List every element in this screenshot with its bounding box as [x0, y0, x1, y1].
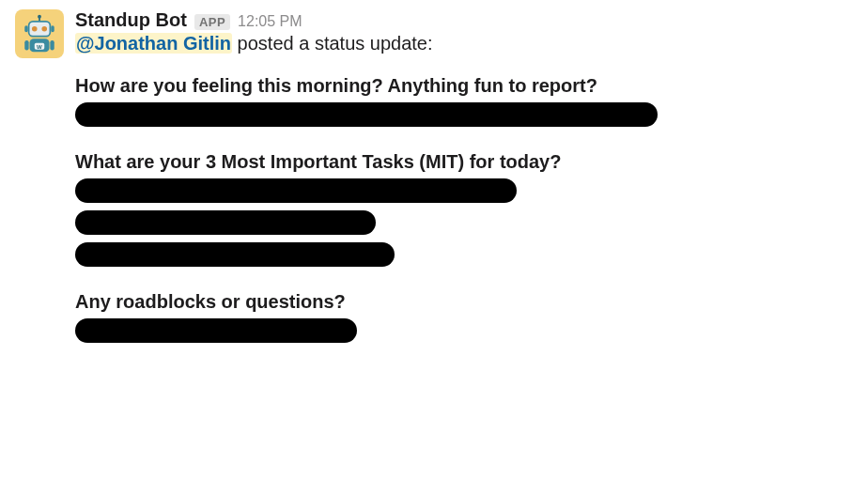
answer-2-redacted: [75, 178, 853, 267]
question-3: Any roadblocks or questions?: [75, 291, 853, 313]
message-header: Standup Bot APP 12:05 PM: [75, 9, 853, 31]
svg-rect-12: [50, 40, 54, 51]
author-name[interactable]: Standup Bot: [75, 9, 187, 31]
svg-rect-6: [24, 25, 28, 32]
redaction-bar: [75, 210, 376, 235]
app-badge: APP: [194, 14, 230, 30]
svg-rect-7: [51, 25, 54, 32]
user-mention[interactable]: @Jonathan Gitlin: [75, 33, 232, 54]
answer-3-redacted: [75, 318, 853, 343]
redaction-bar: [75, 102, 658, 127]
avatar[interactable]: W: [15, 9, 64, 58]
slack-message: W Standup Bot APP 12:05 PM @Jonathan Git…: [15, 9, 853, 350]
svg-point-5: [41, 26, 47, 32]
answer-1-redacted: [75, 102, 853, 127]
robot-icon: W: [20, 14, 59, 54]
intro-line: @Jonathan Gitlin posted a status update:: [75, 33, 853, 54]
intro-suffix: posted a status update:: [232, 33, 433, 54]
message-content: Standup Bot APP 12:05 PM @Jonathan Gitli…: [75, 9, 853, 350]
svg-rect-11: [24, 40, 28, 51]
svg-point-1: [38, 15, 41, 19]
redaction-bar: [75, 242, 395, 267]
question-2: What are your 3 Most Important Tasks (MI…: [75, 151, 853, 173]
question-1: How are you feeling this morning? Anythi…: [75, 75, 853, 97]
redaction-bar: [75, 318, 357, 343]
svg-point-4: [32, 26, 38, 32]
svg-text:W: W: [37, 43, 42, 50]
redaction-bar: [75, 178, 517, 203]
timestamp[interactable]: 12:05 PM: [238, 13, 302, 30]
